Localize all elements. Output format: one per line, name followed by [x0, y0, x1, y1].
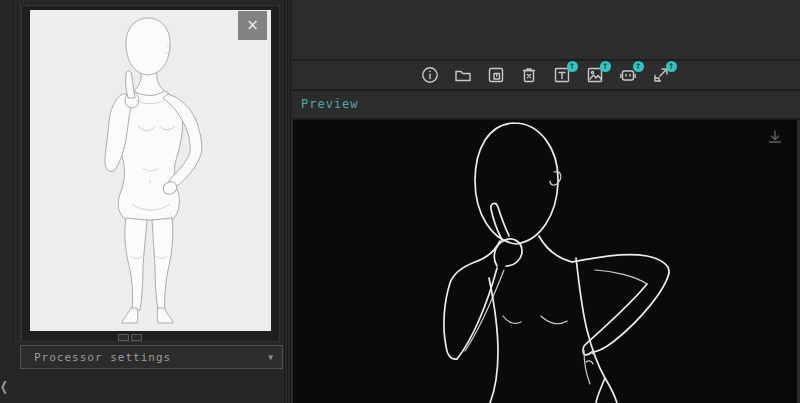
- upload-badge: ↑: [600, 61, 611, 72]
- preview-image: [293, 120, 797, 403]
- chevron-down-icon: ▼: [268, 353, 273, 362]
- lineart-figure: [293, 120, 797, 403]
- panel-collapse-chevron-icon[interactable]: ❮: [0, 375, 8, 395]
- panel-splitter[interactable]: [284, 0, 293, 403]
- download-icon: [767, 129, 783, 145]
- processor-settings-label: Processor settings: [34, 351, 171, 364]
- download-button[interactable]: [767, 129, 783, 145]
- upload-badge: ↑: [633, 61, 644, 72]
- upload-badge: ↑: [666, 61, 677, 72]
- preview-header: Preview: [293, 91, 797, 118]
- image-layer-button[interactable]: ↑: [585, 65, 605, 85]
- viewport-resize-handle[interactable]: [131, 334, 142, 341]
- folder-icon: [453, 65, 473, 85]
- pose-viewport[interactable]: ×: [30, 10, 271, 331]
- viewport-resize-handle[interactable]: [118, 334, 129, 341]
- save-button[interactable]: [486, 65, 506, 85]
- toolbar: ↑ ↑ ↑ ↑: [293, 61, 797, 89]
- ai-generate-button[interactable]: ↑: [618, 65, 638, 85]
- save-icon: [486, 65, 506, 85]
- preview-title: Preview: [301, 97, 359, 111]
- delete-button[interactable]: [519, 65, 539, 85]
- open-file-button[interactable]: [453, 65, 473, 85]
- info-button[interactable]: [420, 65, 440, 85]
- app-window: × Processor settings ▼ ❮: [0, 0, 800, 403]
- trash-icon: [519, 65, 539, 85]
- mannequin-3d-figure: [30, 10, 271, 331]
- processor-settings-header[interactable]: Processor settings ▼: [20, 345, 283, 369]
- info-icon: [420, 65, 440, 85]
- text-layer-button[interactable]: ↑: [552, 65, 572, 85]
- close-button[interactable]: ×: [238, 11, 267, 40]
- upload-badge: ↑: [567, 61, 578, 72]
- resize-button[interactable]: ↑: [651, 65, 671, 85]
